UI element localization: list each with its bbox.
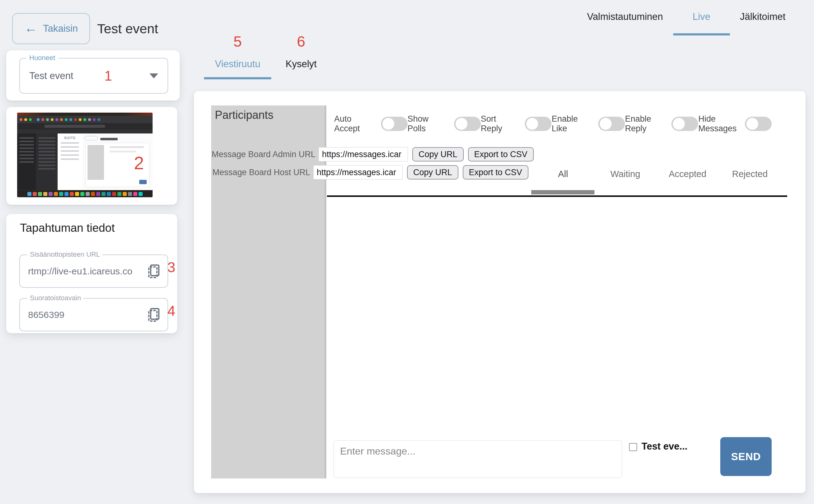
favicon-icon	[93, 118, 96, 121]
moderation-toggles: Auto Accept Show Polls Sort Reply Enable…	[334, 114, 772, 133]
stream-key-label: Suoratoistoavain	[27, 294, 83, 302]
toggle-auto-accept: Auto Accept	[334, 114, 408, 133]
toggle-enable-like: Enable Like	[551, 114, 625, 133]
back-arrow-icon: ←	[24, 21, 37, 35]
filter-tabs-divider	[327, 195, 787, 197]
favicon-icon	[60, 118, 63, 121]
favicon-icon	[83, 118, 86, 121]
browser-tabstrip	[17, 116, 152, 123]
tab-live[interactable]: Live	[693, 11, 710, 35]
favicon-icon	[97, 118, 100, 121]
host-url-row: Message Board Host URL https://messages.…	[208, 165, 528, 180]
send-button[interactable]: SEND	[720, 437, 772, 476]
suite-sidebar: SUITE	[58, 133, 82, 190]
tab-viestiruutu[interactable]: 5 Viestiruutu	[204, 33, 271, 79]
filter-tab-accepted[interactable]: Accepted	[657, 169, 719, 179]
favicon-icon	[37, 118, 40, 121]
admin-copy-url-button[interactable]: Copy URL	[412, 147, 464, 161]
filter-tab-waiting[interactable]: Waiting	[594, 169, 657, 179]
copy-icon[interactable]	[148, 264, 159, 278]
toggle-sort-reply: Sort Reply	[481, 114, 552, 133]
room-select-value: Test event	[29, 70, 73, 82]
room-select[interactable]: Huoneet Test event 1	[19, 58, 168, 94]
browser-bookmarks-bar	[17, 129, 152, 133]
traffic-light-min-icon	[24, 118, 27, 121]
annotation-3: 3	[167, 259, 175, 276]
test-event-checkbox-label: Test eve...	[642, 441, 688, 452]
active-tab-underline	[204, 77, 271, 79]
app-window: ← Takaisin Test event Valmistautuminen L…	[0, 0, 814, 504]
sort-reply-switch[interactable]	[525, 117, 551, 131]
toggle-label: Hide Messages	[698, 114, 738, 133]
admin-url-label: Message Board Admin URL	[208, 150, 316, 159]
favicon-icon	[74, 118, 77, 121]
host-url-label: Message Board Host URL	[208, 168, 310, 177]
ingest-url-value: rtmp://live-eu1.icareus.co	[28, 266, 144, 277]
auto-accept-switch[interactable]	[381, 117, 408, 131]
host-export-csv-button[interactable]: Export to CSV	[463, 165, 528, 180]
host-copy-url-button[interactable]: Copy URL	[407, 165, 458, 180]
traffic-light-max-icon	[29, 118, 32, 121]
message-filter-tabs: All Waiting Accepted Rejected	[532, 169, 781, 179]
room-select-label: Huoneet	[26, 54, 58, 62]
annotation-4: 4	[167, 302, 175, 319]
background-window	[17, 133, 36, 190]
browser-viewport: SUITE	[17, 133, 152, 190]
host-url-input[interactable]: https://messages.icar	[313, 165, 403, 180]
stream-key-field[interactable]: Suoratoistoavain 8656399	[19, 298, 168, 331]
page-title: Test event	[97, 13, 158, 44]
filter-tab-all[interactable]: All	[532, 169, 594, 179]
annotation-2: 2	[134, 152, 144, 173]
annotation-6: 6	[297, 33, 306, 50]
suite-logo: SUITE	[59, 136, 80, 140]
admin-url-input[interactable]: https://messages.icar	[319, 147, 408, 161]
toggle-enable-reply: Enable Reply	[625, 114, 699, 133]
enable-like-switch[interactable]	[598, 117, 625, 131]
event-info-card: Tapahtuman tiedot Sisäänottopisteen URL …	[6, 214, 177, 333]
toggle-show-polls: Show Polls	[408, 114, 481, 133]
annotation-5: 5	[234, 33, 242, 50]
ingest-url-field[interactable]: Sisäänottopisteen URL rtmp://live-eu1.ic…	[19, 254, 168, 288]
message-input[interactable]	[334, 440, 622, 478]
test-event-checkbox[interactable]	[629, 443, 637, 451]
favicon-icon	[88, 118, 91, 121]
rooms-card: Huoneet Test event 1	[6, 50, 180, 100]
message-board-card: Participants Auto Accept Show Polls Sort…	[194, 91, 806, 493]
toggle-label: Show Polls	[408, 114, 447, 133]
toggle-hide-messages: Hide Messages	[698, 114, 772, 133]
favicon-icon	[46, 118, 49, 121]
participants-title: Participants	[215, 109, 274, 122]
favicon-icon	[51, 118, 54, 121]
mac-dock	[17, 190, 152, 197]
tab-viestiruutu-label: Viestiruutu	[215, 58, 260, 70]
filter-tab-rejected[interactable]: Rejected	[719, 169, 781, 179]
preview-card: SUITE	[6, 107, 177, 205]
ingest-url-label: Sisäänottopisteen URL	[27, 250, 102, 259]
preview-screenshot: SUITE	[17, 113, 152, 197]
enable-reply-switch[interactable]	[671, 117, 698, 131]
toggle-label: Enable Like	[551, 114, 591, 133]
favicon-icon	[55, 118, 58, 121]
back-button[interactable]: ← Takaisin	[12, 13, 90, 44]
favicon-icon	[65, 118, 68, 121]
toggle-label: Enable Reply	[625, 114, 665, 133]
tab-valmistautuminen[interactable]: Valmistautuminen	[587, 11, 663, 35]
copy-icon[interactable]	[148, 308, 159, 322]
admin-url-row: Message Board Admin URL https://messages…	[208, 147, 534, 161]
traffic-light-close-icon	[20, 118, 22, 121]
live-view-tabs: 5 Viestiruutu 6 Kyselyt	[204, 33, 317, 79]
tab-jalkitoimet[interactable]: Jälkitoimet	[740, 11, 785, 35]
mac-menubar	[17, 113, 152, 116]
active-filter-indicator	[531, 190, 594, 194]
file-tree-panel	[36, 133, 58, 190]
show-polls-switch[interactable]	[454, 117, 481, 131]
back-button-label: Takaisin	[43, 23, 78, 34]
admin-export-csv-button[interactable]: Export to CSV	[468, 147, 534, 161]
tab-kyselyt[interactable]: 6 Kyselyt	[286, 33, 317, 79]
event-info-title: Tapahtuman tiedot	[20, 222, 115, 235]
favicon-icon	[79, 118, 82, 121]
favicon-icon	[41, 118, 44, 121]
hide-messages-switch[interactable]	[745, 117, 772, 131]
favicon-icon	[69, 118, 72, 121]
browser-urlbar	[17, 123, 152, 129]
